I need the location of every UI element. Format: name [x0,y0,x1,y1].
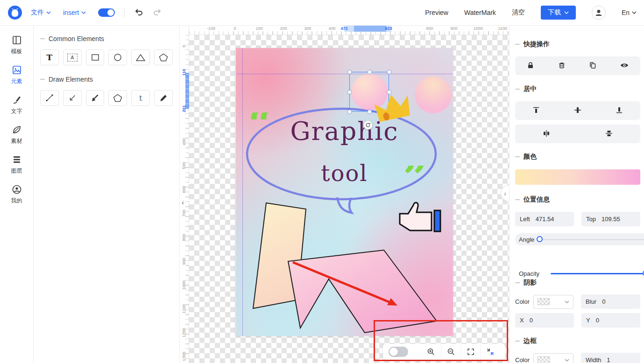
language-selector[interactable]: En [622,9,637,16]
duplicate-button[interactable] [588,61,597,71]
download-button[interactable]: 下载 [541,6,576,20]
quick-actions-bar [515,56,640,75]
redo-button[interactable] [153,8,162,17]
small-text-tool-button[interactable]: t [131,90,150,106]
ruler-label: 1100 [182,303,186,315]
shadow-header: 阴影 [515,279,640,287]
selection-handle[interactable] [368,70,372,74]
properties-panel: 快捷操作 居中 颜色 位置信息 [509,26,644,363]
align-top-button[interactable] [532,106,540,116]
poster-title-line1[interactable]: Graphic [236,119,453,144]
selection-handle[interactable] [368,110,372,114]
shadow-blur-field[interactable]: Blur 0 [581,294,640,309]
pentagon-tool-button[interactable] [154,49,173,65]
elements-panel: Common Elements T A Draw Elements t [34,26,180,363]
ruler-label: 1200 [182,327,186,339]
poster-artboard[interactable]: “ ” Graphic tool [236,48,453,336]
poster-title-line2[interactable]: tool [236,162,453,184]
align-middle-button[interactable] [573,106,582,116]
ruler-label: 900 [447,26,461,31]
rotate-handle[interactable] [363,120,373,130]
border-width-field[interactable]: Width 1 [581,353,640,363]
ruler-label-selection-start: 110 [182,66,186,78]
sidebar-item-layers[interactable]: 图层 [0,154,33,176]
brush-tool-button[interactable] [154,90,173,106]
compress-icon [486,348,495,356]
draw-elements-header: Draw Elements [40,76,173,83]
border-color-dropdown[interactable] [533,353,573,363]
user-avatar[interactable] [592,6,606,20]
arrow-tool-button[interactable] [63,90,82,106]
distribute-vertical-button[interactable] [605,129,613,139]
app-logo-icon[interactable] [7,5,22,20]
trash-icon [558,61,566,70]
canvas-toggle[interactable] [389,347,408,357]
fit-screen-button[interactable] [480,344,500,360]
left-position-field[interactable]: Left 471.54 [515,212,574,226]
canvas-area[interactable]: “ ” Graphic tool [180,26,509,363]
file-menu-label: 文件 [31,8,44,17]
polygon-tool-button[interactable] [108,90,127,106]
sidebar-item-mine[interactable]: 我的 [0,183,33,206]
angle-slider-thumb[interactable] [537,236,543,242]
shadow-color-dropdown[interactable] [533,295,573,309]
zoom-in-button[interactable] [421,344,441,360]
field-label: Left [520,216,530,223]
lock-button[interactable] [526,61,535,71]
copy-icon [588,61,597,70]
selection-handle[interactable] [347,90,352,94]
filled-arrow-tool-button[interactable] [86,90,105,106]
ruler-label: 600 [182,183,186,195]
crown-icon[interactable] [375,91,411,125]
ruler-label-selection-end: 261 [182,103,186,115]
distribute-horizontal-button[interactable] [542,129,551,139]
horizontal-ruler[interactable]: -100 0 100 200 300 400 472 623 800 900 1… [180,26,509,35]
align-row-2 [515,125,640,143]
sidebar-item-material[interactable]: 素材 [0,124,33,146]
sidebar-item-elements[interactable]: 元素 [0,64,33,86]
delete-button[interactable] [558,61,566,71]
color-header: 颜色 [515,153,640,161]
undo-button[interactable] [134,8,143,17]
selection-handle[interactable] [387,70,391,74]
pen-icon [12,95,22,105]
vertical-ruler[interactable]: 0 110 261 400 500 600 700 800 900 1000 1… [180,26,189,363]
selection-handle[interactable] [347,110,352,114]
field-label: Y [586,317,590,324]
fullscreen-button[interactable] [460,344,480,360]
sidebar-item-text[interactable]: 文字 [0,94,33,116]
opacity-slider-track[interactable] [551,273,644,274]
collapse-panel-button[interactable]: ‹ [182,198,184,206]
circle-element[interactable] [415,77,452,113]
zoom-out-button[interactable] [441,344,460,360]
field-label: Top [586,216,596,223]
rectangle-tool-button[interactable] [86,49,105,65]
visibility-button[interactable] [620,61,629,71]
top-position-field[interactable]: Top 109.55 [581,212,640,226]
watermark-button[interactable]: WaterMark [464,9,496,16]
fill-gradient-swatch[interactable] [515,169,640,185]
shadow-x-field[interactable]: X 0 [515,313,574,328]
preview-button[interactable]: Preview [425,9,448,16]
triangle-tool-button[interactable] [131,49,150,65]
circle-tool-button[interactable] [108,49,127,65]
shadow-y-field[interactable]: Y 0 [581,313,640,328]
brush-icon [159,94,168,102]
angle-slider-track[interactable] [541,239,644,240]
align-row-1 [515,101,640,120]
thumbs-up-icon[interactable] [400,202,440,231]
ruler-label: 1000 [182,279,186,291]
align-bottom-button[interactable] [615,106,623,116]
line-tool-button[interactable] [40,90,59,106]
sidebar-item-template[interactable]: 模板 [0,34,33,56]
insert-menu[interactable]: insert [63,9,86,16]
clear-button[interactable]: 清空 [512,8,525,17]
ruler-label: 300 [301,26,315,31]
text-tool-button[interactable]: T [40,49,59,65]
topbar-toggle[interactable] [98,8,115,17]
sidebar-item-label: 我的 [11,197,22,205]
file-menu[interactable]: 文件 [31,8,51,17]
textbox-tool-button[interactable]: A [63,49,82,65]
zoom-out-icon [447,348,455,356]
selection-handle[interactable] [347,70,352,74]
